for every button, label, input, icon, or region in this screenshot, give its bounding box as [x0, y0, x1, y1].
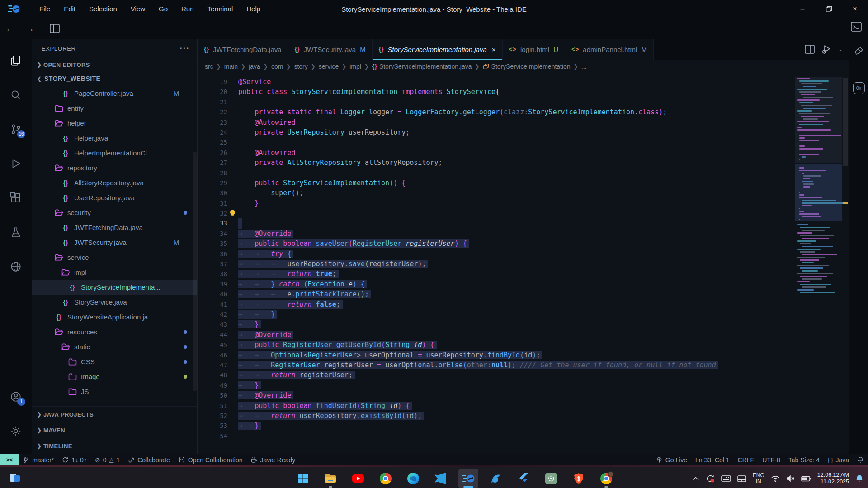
tree-item-service[interactable]: service: [32, 250, 197, 265]
breadcrumb-impl[interactable]: impl: [349, 63, 361, 70]
taskbar-brave-icon[interactable]: [569, 469, 589, 488]
menu-file[interactable]: File: [33, 0, 57, 18]
tray-battery-icon[interactable]: [801, 476, 811, 482]
code-line[interactable]: 23 @Autowired: [198, 117, 795, 127]
explorer-more-actions-icon[interactable]: ···: [180, 44, 190, 52]
tree-item-helperimplementationcl-[interactable]: {}HelperImplementationCl...: [32, 145, 197, 160]
status-1-0-[interactable]: 1↓ 0↑: [58, 456, 90, 464]
tab-storyserviceimplementation-java[interactable]: {}StoryServiceImplementation.java×: [373, 39, 503, 60]
activity-run-debug-icon[interactable]: [5, 152, 26, 175]
taskbar-flutter-icon[interactable]: [514, 469, 533, 488]
code-line[interactable]: 29 public StoryServiceImplementation() {: [198, 178, 795, 188]
code-line[interactable]: 36→ → try {: [198, 249, 795, 259]
menu-selection[interactable]: Selection: [82, 0, 124, 18]
code-line[interactable]: 30 super();: [198, 188, 795, 198]
status-java-ready[interactable]: Java: Ready: [246, 456, 299, 464]
breadcrumb-java[interactable]: java: [249, 63, 260, 70]
code-line[interactable]: 46→ → Optional<RegisterUser> userOptiona…: [198, 350, 795, 360]
activity-source-control-icon[interactable]: 16: [5, 117, 26, 141]
workspace-root[interactable]: ❮ STORY_WEBSITE: [32, 71, 197, 86]
widgets-icon[interactable]: [9, 472, 21, 483]
code-line[interactable]: 27 private AllStoryRepository allStoryRe…: [198, 158, 795, 168]
remote-indicator[interactable]: ><: [0, 454, 19, 465]
tree-item-jwtfetchingdata-java[interactable]: {}JWTFetchingData.java: [32, 220, 197, 235]
menu-help[interactable]: Help: [240, 0, 267, 18]
status-java[interactable]: { }Java: [824, 456, 853, 464]
status-ln-33-col-1[interactable]: Ln 33, Col 1: [691, 456, 734, 464]
minimize-button[interactable]: –: [789, 0, 816, 18]
menu-edit[interactable]: Edit: [57, 0, 82, 18]
taskbar-youtube-icon[interactable]: [348, 469, 368, 488]
tray-clock[interactable]: 12:06:12 AM11-02-2025: [817, 472, 849, 485]
code-line[interactable]: 51→ public boolean findUserId(String id)…: [198, 401, 795, 411]
split-editor-right-icon[interactable]: [805, 45, 815, 54]
taskbar-chrome-icon[interactable]: [376, 469, 396, 488]
tree-item-repository[interactable]: repository: [32, 160, 197, 175]
hex-inspector-icon[interactable]: 0x: [853, 82, 865, 94]
tree-item-static[interactable]: static: [32, 339, 197, 354]
tree-item-security[interactable]: security: [32, 205, 197, 220]
code-line[interactable]: 28: [198, 168, 795, 178]
tree-item-helper-java[interactable]: {}Helper.java: [32, 131, 197, 145]
code-line[interactable]: 54: [198, 431, 795, 441]
code-line[interactable]: 39→ → } catch (Exception e) {: [198, 279, 795, 289]
menu-run[interactable]: Run: [175, 0, 201, 18]
code-line[interactable]: 52→ → return userRepository.existsById(i…: [198, 411, 795, 421]
code-line[interactable]: 41→ → → return false;: [198, 300, 795, 310]
tree-item-storyservice-java[interactable]: {}StoryService.java: [32, 295, 197, 310]
tab-close-icon[interactable]: ×: [492, 46, 496, 53]
taskbar-dolphin-icon[interactable]: [486, 469, 506, 488]
taskbar-edge-icon[interactable]: [403, 469, 423, 488]
navigate-forward-icon[interactable]: →: [20, 23, 40, 34]
editor-scrollbar[interactable]: [842, 73, 849, 454]
code-line[interactable]: 53→ }: [198, 421, 795, 431]
tray-touchpad-icon[interactable]: [737, 475, 746, 482]
tab-login-html[interactable]: <>login.htmlU: [503, 39, 565, 60]
breadcrumb-service[interactable]: service: [319, 63, 339, 70]
code-line[interactable]: 45→ public RegisterUser getUserById(Stri…: [198, 340, 795, 350]
scrollbar-thumb[interactable]: [843, 78, 848, 166]
breadcrumb-com[interactable]: com: [271, 63, 283, 70]
taskbar-theia-icon[interactable]: [458, 469, 478, 488]
breadcrumb-file[interactable]: {}StoryServiceImplementation.java: [372, 63, 472, 70]
code-editor[interactable]: 19@Service20public class StoryServiceImp…: [198, 73, 795, 454]
tree-item-helper[interactable]: helper: [32, 116, 197, 131]
code-line[interactable]: 48→ → return registerUser;: [198, 370, 795, 380]
code-line[interactable]: 24 private UserRepository userRepository…: [198, 127, 795, 137]
close-button[interactable]: ×: [842, 0, 868, 18]
menu-view[interactable]: View: [124, 0, 152, 18]
status-0[interactable]: ⊘0△1: [91, 456, 124, 464]
maximize-button[interactable]: [816, 0, 842, 18]
breadcrumb-symbol[interactable]: StoryServiceImplementation: [483, 63, 571, 70]
taskbar-vscode-icon[interactable]: [431, 469, 451, 488]
code-line[interactable]: 33: [198, 218, 795, 228]
status-crlf[interactable]: CRLF: [734, 456, 759, 464]
more-actions-chevron-icon[interactable]: ⌄: [838, 46, 843, 52]
code-line[interactable]: 47→ → RegisterUser registerUser = userOp…: [198, 360, 795, 370]
code-line[interactable]: 50→ @Override: [198, 390, 795, 400]
tree-item-resources[interactable]: resources: [32, 324, 197, 339]
taskbar-start-icon[interactable]: [293, 469, 313, 488]
tray-keyboard-icon[interactable]: [721, 475, 731, 482]
status-go-live[interactable]: Go Live: [652, 456, 691, 464]
code-line[interactable]: 40→ → → e.printStackTrace();: [198, 289, 795, 299]
breadcrumb-story[interactable]: story: [294, 63, 307, 70]
taskbar-chrome-profile-icon[interactable]: [596, 469, 616, 488]
code-line[interactable]: 20public class StoryServiceImplementatio…: [198, 87, 795, 97]
tray-wifi-icon[interactable]: [771, 475, 780, 482]
code-line[interactable]: 43→ }: [198, 319, 795, 329]
explorer-scrollbar[interactable]: [193, 152, 197, 391]
tree-item-css[interactable]: CSS: [32, 354, 197, 369]
code-line[interactable]: 21: [198, 97, 795, 107]
code-line[interactable]: 22 private static final Logger logger = …: [198, 107, 795, 117]
open-editors-section[interactable]: ❯ OPEN EDITORS: [32, 58, 197, 71]
tab-jwtsecurity-java[interactable]: {}JWTSecurity.javaM: [288, 39, 373, 60]
tree-item-impl[interactable]: impl: [32, 265, 197, 280]
status-open-collaboration[interactable]: Open Collaboration: [174, 456, 247, 464]
activity-search-icon[interactable]: [5, 83, 26, 107]
menu-go[interactable]: Go: [152, 0, 175, 18]
tab-adminpannel-html[interactable]: <>adminPannel.htmlM: [565, 39, 654, 60]
taskbar-chatgpt-icon[interactable]: [541, 469, 561, 488]
taskbar-file-explorer-icon[interactable]: [321, 469, 340, 488]
tree-item-storyserviceimplementa-[interactable]: {}StoryServiceImplementa...: [32, 280, 197, 295]
